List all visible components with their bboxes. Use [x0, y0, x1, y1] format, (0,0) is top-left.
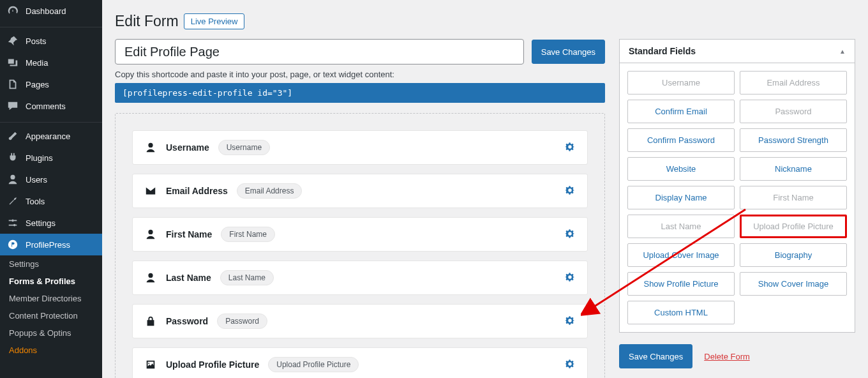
live-preview-button[interactable]: Live Preview — [184, 13, 245, 29]
field-chip-show-cover-image[interactable]: Show Cover Image — [740, 272, 847, 296]
field-row-upload-profile-picture[interactable]: Upload Profile PictureUpload Profile Pic… — [132, 347, 588, 378]
media-icon — [6, 57, 19, 68]
field-chip-email-address: Email Address — [740, 71, 847, 94]
field-placeholder-badge: Upload Profile Picture — [268, 357, 359, 372]
sidebar-item-label: ProfilePress — [26, 240, 70, 250]
sidebar-item-label: Pages — [26, 80, 49, 89]
admin-sidebar: Dashboard Posts Media Pages Comments App… — [0, 0, 102, 378]
field-label: First Name — [166, 229, 212, 239]
field-label: Last Name — [166, 273, 211, 283]
sidebar-item-media[interactable]: Media — [0, 52, 102, 73]
field-chip-first-name: First Name — [740, 186, 847, 209]
sidebar-item-label: Posts — [26, 36, 47, 46]
field-label: Upload Profile Picture — [166, 359, 259, 370]
field-row-password[interactable]: PasswordPassword — [132, 304, 588, 338]
pages-icon — [6, 79, 19, 90]
pushpin-icon — [6, 35, 19, 47]
sliders-icon — [6, 217, 19, 229]
field-row-username[interactable]: UsernameUsername — [132, 130, 588, 165]
sidebar-item-pages[interactable]: Pages — [0, 73, 102, 95]
field-chip-website[interactable]: Website — [627, 157, 735, 181]
submenu-forms-profiles[interactable]: Forms & Profiles — [0, 273, 102, 290]
submenu-addons[interactable]: Addons — [0, 342, 102, 359]
field-chip-upload-profile-picture[interactable]: Upload Profile Picture — [740, 215, 847, 238]
field-settings-button[interactable] — [564, 228, 576, 241]
field-chip-confirm-password[interactable]: Confirm Password — [627, 128, 735, 152]
mail-icon — [144, 185, 157, 197]
field-chip-password-strength[interactable]: Password Strength — [740, 128, 847, 152]
sidebar-item-dashboard[interactable]: Dashboard — [0, 0, 102, 22]
user-icon — [144, 229, 157, 240]
field-label: Password — [166, 316, 208, 326]
lock-icon — [144, 315, 157, 327]
sidebar-item-posts[interactable]: Posts — [0, 30, 102, 52]
comment-icon — [6, 100, 19, 112]
main-content: Edit Form Live Preview Save Changes Copy… — [102, 0, 868, 378]
field-chip-nickname[interactable]: Nickname — [740, 157, 847, 181]
sidebar-item-users[interactable]: Users — [0, 169, 102, 190]
panel-toggle[interactable]: Standard Fields ▲ — [620, 40, 855, 63]
user-icon — [144, 142, 157, 153]
field-placeholder-badge: Email Address — [237, 183, 303, 199]
speedometer-icon — [6, 5, 19, 17]
submenu-content-protection[interactable]: Content Protection — [0, 307, 102, 324]
user-icon — [6, 174, 19, 185]
field-settings-button[interactable] — [564, 141, 576, 155]
submenu-popups-optins[interactable]: Popups & Optins — [0, 324, 102, 342]
sidebar-item-tools[interactable]: Tools — [0, 190, 102, 212]
field-settings-button[interactable] — [564, 315, 576, 328]
field-chip-confirm-email[interactable]: Confirm Email — [627, 100, 735, 123]
sidebar-item-label: Comments — [26, 102, 66, 111]
image-icon — [144, 359, 157, 370]
user-icon — [144, 272, 157, 284]
field-chip-display-name[interactable]: Display Name — [627, 186, 735, 209]
page-title: Edit Form — [115, 13, 179, 30]
field-chip-show-profile-picture[interactable]: Show Profile Picture — [627, 272, 735, 296]
chevron-up-icon: ▲ — [839, 48, 846, 55]
field-settings-button[interactable] — [564, 358, 576, 372]
shortcode-hint: Copy this shortcode and paste it into yo… — [115, 70, 605, 79]
field-placeholder-badge: First Name — [221, 227, 275, 242]
submenu-member-directories[interactable]: Member Directories — [0, 290, 102, 307]
brush-icon — [6, 130, 19, 142]
field-settings-button[interactable] — [564, 185, 576, 198]
field-settings-button[interactable] — [564, 271, 576, 285]
field-chip-password: Password — [740, 100, 847, 123]
field-label: Username — [166, 142, 209, 153]
sidebar-item-label: Appearance — [26, 132, 70, 141]
wrench-icon — [6, 195, 19, 207]
form-title-input[interactable] — [115, 39, 524, 64]
panel-title: Standard Fields — [629, 46, 696, 56]
sidebar-item-label: Media — [26, 58, 48, 68]
field-chip-biography[interactable]: Biography — [740, 243, 847, 267]
sidebar-item-plugins[interactable]: Plugins — [0, 147, 102, 169]
field-chip-last-name: Last Name — [627, 215, 735, 238]
sidebar-item-label: Users — [26, 175, 47, 185]
profilepress-icon — [6, 239, 19, 250]
field-placeholder-badge: Username — [218, 140, 270, 155]
delete-form-link[interactable]: Delete Form — [704, 352, 750, 361]
field-label: Email Address — [166, 186, 228, 196]
field-chip-username: Username — [627, 71, 735, 94]
save-changes-button-side[interactable]: Save Changes — [619, 344, 692, 368]
submenu-settings[interactable]: Settings — [0, 255, 102, 273]
sidebar-item-label: Settings — [26, 218, 56, 228]
sidebar-item-label: Dashboard — [26, 6, 66, 16]
field-row-first-name[interactable]: First NameFirst Name — [132, 217, 588, 252]
sidebar-item-appearance[interactable]: Appearance — [0, 125, 102, 147]
profilepress-submenu: Settings Forms & Profiles Member Directo… — [0, 255, 102, 359]
plug-icon — [6, 152, 19, 163]
sidebar-item-label: Tools — [26, 197, 45, 206]
field-chip-custom-html[interactable]: Custom HTML — [627, 301, 735, 324]
field-placeholder-badge: Password — [217, 314, 267, 329]
field-row-last-name[interactable]: Last NameLast Name — [132, 261, 588, 295]
sidebar-item-settings[interactable]: Settings — [0, 212, 102, 234]
field-row-email-address[interactable]: Email AddressEmail Address — [132, 174, 588, 208]
sidebar-item-label: Plugins — [26, 153, 53, 163]
sidebar-item-comments[interactable]: Comments — [0, 95, 102, 117]
shortcode-code[interactable]: [profilepress-edit-profile id="3"] — [115, 83, 605, 103]
field-placeholder-badge: Last Name — [220, 270, 274, 285]
sidebar-item-profilepress[interactable]: ProfilePress — [0, 234, 102, 255]
field-chip-upload-cover-image[interactable]: Upload Cover Image — [627, 243, 735, 267]
save-changes-button[interactable]: Save Changes — [532, 40, 605, 64]
